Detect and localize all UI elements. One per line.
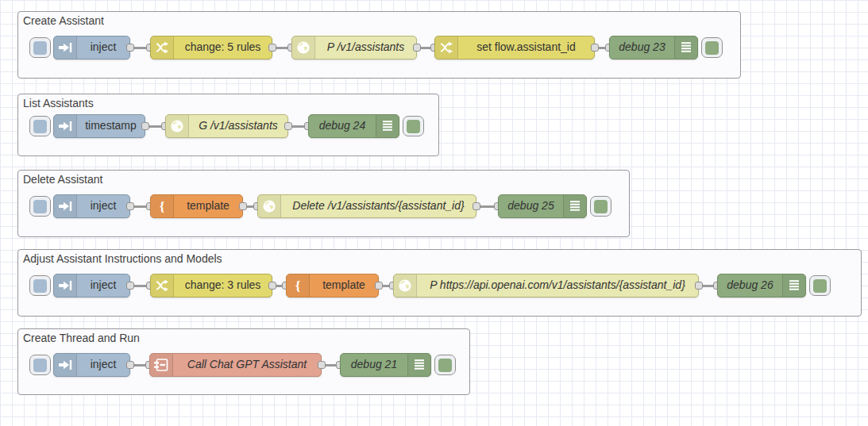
globe-icon — [166, 115, 189, 137]
shuffle-icon — [435, 36, 458, 59]
output-port[interactable] — [375, 282, 383, 290]
node-debug[interactable]: debug 23 — [609, 36, 698, 59]
output-port[interactable] — [239, 202, 247, 210]
node-label: template — [174, 195, 242, 217]
inject-arrow-icon — [54, 354, 77, 376]
node-change[interactable]: change: 3 rules — [150, 274, 272, 297]
button-state-indicator — [407, 120, 420, 133]
flow-canvas[interactable]: Create Assistantinjectchange: 5 rulesP /… — [0, 0, 868, 426]
node-change[interactable]: set flow.assistant_id — [434, 36, 595, 59]
inject-arrow-icon — [54, 274, 77, 297]
node-label: inject — [77, 274, 129, 297]
node-http-request[interactable]: G /v1/assistants — [165, 114, 288, 138]
node-label: inject — [77, 195, 129, 217]
output-port[interactable] — [413, 44, 421, 52]
node-http-request[interactable]: P /v1/assistants — [291, 36, 417, 59]
inject-button[interactable] — [29, 275, 51, 296]
node-http-request[interactable]: P https://api.openai.com/v1/assistants/{… — [393, 274, 699, 297]
node-inject[interactable]: timestamp — [53, 114, 145, 138]
output-port[interactable] — [126, 44, 134, 52]
node-label: debug 24 — [309, 115, 376, 137]
node-label: debug 25 — [499, 195, 563, 217]
debug-list-icon — [674, 36, 697, 59]
node-label: Call Chat GPT Assistant — [173, 354, 321, 376]
node-label: set flow.assistant_id — [458, 36, 594, 59]
node-label: Delete /v1/assistants/{assistant_id} — [281, 195, 476, 217]
debug-list-icon — [563, 195, 586, 217]
group-label: List Assistants — [18, 94, 438, 112]
button-state-indicator — [33, 41, 47, 55]
debug-toggle-button[interactable] — [809, 275, 831, 296]
debug-toggle-button[interactable] — [434, 355, 456, 375]
output-port[interactable] — [268, 282, 276, 290]
node-label: change: 3 rules — [174, 274, 272, 297]
node-debug[interactable]: debug 24 — [308, 114, 399, 138]
node-label: debug 23 — [610, 36, 674, 59]
node-debug[interactable]: debug 25 — [498, 194, 587, 218]
inject-arrow-icon — [54, 115, 77, 137]
button-state-indicator — [33, 200, 47, 213]
node-inject[interactable]: inject — [53, 194, 130, 218]
node-label: inject — [77, 36, 129, 59]
output-port[interactable] — [318, 361, 326, 369]
node-inject[interactable]: inject — [53, 36, 130, 59]
button-state-indicator — [438, 359, 452, 372]
shuffle-icon — [151, 274, 174, 297]
group-label: Create Thread and Run — [18, 329, 469, 347]
debug-list-icon — [376, 115, 399, 137]
button-state-indicator — [705, 41, 719, 55]
node-http-request[interactable]: Delete /v1/assistants/{assistant_id} — [257, 194, 476, 218]
output-port[interactable] — [126, 361, 134, 369]
debug-toggle-button[interactable] — [701, 37, 723, 58]
node-subflow[interactable]: Call Chat GPT Assistant — [149, 353, 322, 377]
node-label: P https://api.openai.com/v1/assistants/{… — [417, 274, 698, 297]
group-label: Delete Assistant — [18, 171, 629, 188]
node-template[interactable]: {template — [286, 274, 379, 297]
node-template[interactable]: {template — [150, 194, 243, 218]
inject-button[interactable] — [29, 196, 51, 217]
inject-arrow-icon — [54, 36, 77, 59]
button-state-indicator — [33, 359, 47, 372]
svg-text:{: { — [295, 278, 301, 294]
debug-toggle-button[interactable] — [590, 196, 611, 217]
node-debug[interactable]: debug 26 — [717, 274, 806, 297]
debug-list-icon — [782, 274, 805, 297]
output-port[interactable] — [284, 122, 292, 130]
button-state-indicator — [813, 279, 827, 293]
node-label: template — [310, 274, 378, 297]
output-port[interactable] — [126, 202, 134, 210]
button-state-indicator — [594, 200, 608, 213]
output-port[interactable] — [141, 122, 149, 130]
group-label: Create Assistant — [18, 12, 740, 29]
curly-brace-icon: { — [287, 274, 310, 297]
inject-button[interactable] — [29, 116, 51, 136]
output-port[interactable] — [591, 44, 599, 52]
node-inject[interactable]: inject — [53, 353, 130, 377]
node-debug[interactable]: debug 21 — [340, 353, 431, 377]
subflow-icon — [150, 354, 173, 376]
output-port[interactable] — [126, 282, 134, 290]
node-label: debug 26 — [718, 274, 782, 297]
curly-brace-icon: { — [151, 195, 174, 217]
inject-button[interactable] — [29, 355, 51, 375]
node-label: P /v1/assistants — [315, 36, 416, 59]
node-label: debug 21 — [341, 354, 407, 376]
node-label: change: 5 rules — [174, 36, 272, 59]
node-label: inject — [77, 354, 129, 376]
node-label: G /v1/assistants — [189, 115, 287, 137]
svg-text:{: { — [160, 199, 165, 214]
globe-icon — [258, 195, 281, 217]
debug-toggle-button[interactable] — [403, 116, 424, 136]
output-port[interactable] — [473, 202, 480, 210]
globe-icon — [394, 274, 417, 297]
debug-list-icon — [407, 354, 430, 376]
node-inject[interactable]: inject — [53, 274, 130, 297]
button-state-indicator — [33, 279, 47, 293]
inject-button[interactable] — [29, 37, 51, 58]
globe-icon — [292, 36, 315, 59]
node-change[interactable]: change: 5 rules — [150, 36, 272, 59]
output-port[interactable] — [268, 44, 276, 52]
shuffle-icon — [151, 36, 174, 59]
output-port[interactable] — [695, 282, 703, 290]
button-state-indicator — [33, 120, 47, 133]
